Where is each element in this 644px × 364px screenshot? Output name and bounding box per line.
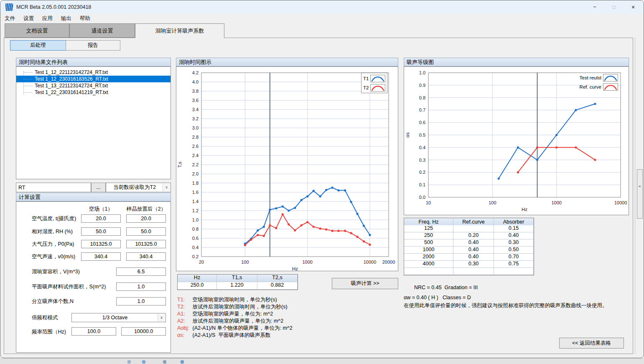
freq-range-label: 频率范围（Hz) (32, 328, 66, 336)
sample-area-field[interactable] (116, 283, 166, 291)
svg-text:10: 10 (426, 200, 431, 205)
freq-range-to-field[interactable] (121, 327, 166, 336)
octave-mode-value: 1/3 Octave (72, 313, 165, 322)
sound-speed-1-field[interactable] (81, 252, 121, 261)
rt-chart[interactable]: 0.20.40.60.81.01.21.41.61.82.02.22.42.62… (176, 67, 399, 272)
menu-item-4[interactable]: 输出 (57, 14, 76, 23)
note-text: (A2-A1)/N 单个物体的吸声量，单位为: m^2 (191, 325, 293, 331)
absorption-compute-button[interactable]: 吸声计算 >> (332, 278, 398, 289)
grade-table-cell-r2-c1: 250 (404, 232, 453, 239)
svg-text:0.6: 0.6 (192, 236, 199, 241)
sound-speed-2-field[interactable] (126, 252, 166, 261)
data-read-value: 当前数据读取为T2 (106, 183, 171, 192)
file-list-item[interactable]: Test 1_12_230316183526_RT.txt (16, 76, 171, 82)
svg-text:0.8: 0.8 (419, 95, 425, 100)
file-list-item[interactable]: Test 1_22_230316141219_RT.txt (16, 89, 171, 96)
note-line-5: Aobj: (A2-A1)/N 单个物体的吸声量，单位为: m^2 (177, 325, 293, 332)
column-header-empty-room: 空场（1） (79, 206, 123, 213)
grade-table-cell-r1-c2 (453, 225, 494, 232)
svg-text:0.1: 0.1 (419, 182, 425, 187)
menu-bar: 文件设置应用输出帮助 (0, 14, 644, 23)
pressure-2-field[interactable] (126, 240, 166, 248)
svg-text:T,s: T,s (177, 161, 182, 168)
minimize-button[interactable]: − (584, 0, 605, 14)
pressure-1-field[interactable] (81, 240, 121, 248)
result-name-input[interactable] (16, 183, 91, 192)
maximize-button[interactable]: □ (605, 0, 623, 14)
data-read-dropdown[interactable]: 当前数据读取为T2 ∨ (106, 183, 171, 192)
tab-main-1[interactable]: 文档设置 (5, 23, 69, 38)
single-value-advice: 在使用此单值评价量的时候，强烈建议与按照标准获得的完整的吸声系数曲线一块使用。 (404, 302, 629, 309)
octave-mode-dropdown[interactable]: 1/3 Octave ∨ (71, 313, 166, 322)
file-list-item[interactable]: Test 1_13_221123142724_RT.txt (16, 82, 171, 89)
note-line-1: T1: 空场混响室的混响时间，单位为秒(s) (177, 296, 293, 303)
svg-text:0.0: 0.0 (419, 195, 425, 200)
chevron-down-icon[interactable]: ∨ (158, 314, 165, 321)
grade-table-cell-r4-c3: 0.50 (494, 247, 534, 254)
room-volume-field[interactable] (116, 267, 166, 276)
rt-table-value-t2: 0.882 (257, 282, 298, 290)
absorber-count-field[interactable] (116, 297, 166, 305)
rt-table-value-t1: 1.220 (217, 282, 257, 290)
grade-table-cell-r1-c1: 125 (404, 225, 453, 232)
file-name: Test 1_13_221123142724_RT.txt (35, 83, 108, 89)
svg-text:2.8: 2.8 (192, 135, 199, 140)
octave-mode-label: 倍频程模式 (32, 314, 58, 321)
grade-table-cell-r3-c1: 500 (404, 239, 453, 247)
browse-button[interactable]: ... (91, 183, 106, 192)
humidity-2-field[interactable] (126, 227, 166, 236)
svg-text:20: 20 (199, 260, 204, 265)
file-name: Test 1_12_221123142724_RT.txt (35, 69, 108, 75)
menu-item-5[interactable]: 帮助 (76, 14, 94, 23)
grade-table-cell-r1-c3: 0.15 (494, 225, 534, 232)
tab-report[interactable]: 报告 (66, 40, 120, 51)
svg-text:0.5: 0.5 (419, 132, 425, 137)
rt-table-header-hz: Hz (178, 275, 217, 282)
pressure-label: 大气压力，P0(Pa) (32, 241, 74, 248)
tab-main-3[interactable]: 混响室计算吸声系数 (135, 23, 224, 38)
curve-swatch-icon (603, 83, 618, 91)
legend-label: Ref. curve (580, 84, 601, 89)
grade-table-cell-r7-c2 (453, 268, 494, 275)
tab-postprocess[interactable]: 后处理 (10, 40, 66, 51)
sample-area-label: 平面吸声材料试件面积，S(m^2) (32, 283, 106, 290)
back-to-results-button[interactable]: << 返回结果表格 (559, 338, 624, 349)
temperature-2-field[interactable] (126, 214, 166, 223)
menu-item-1[interactable]: 文件 (0, 14, 19, 23)
tree-stub (23, 86, 33, 86)
room-volume-label: 混响室容积，V(m^3) (32, 268, 80, 275)
file-list-header: 混时间结果文件列表 (16, 58, 171, 66)
menu-item-3[interactable]: 应用 (38, 14, 57, 23)
svg-text:10000: 10000 (614, 200, 627, 205)
note-text: 放试件后混响室的混响时间，单位为秒(s) (191, 304, 288, 310)
file-list-item[interactable]: Test 1_12_221123142724_RT.txt (16, 69, 171, 76)
chevron-down-icon[interactable]: ∨ (163, 183, 170, 191)
tab-main-2[interactable]: 通道设置 (69, 23, 135, 38)
svg-text:0.2: 0.2 (419, 170, 425, 175)
grade-table-cell-r2-c2: 0.20 (453, 232, 494, 239)
svg-text:3.4: 3.4 (192, 107, 199, 112)
temperature-label: 空气温度, t(摄氏度) (32, 215, 76, 222)
svg-text:10000: 10000 (364, 260, 377, 265)
close-button[interactable]: × (623, 0, 644, 14)
svg-text:3.0: 3.0 (192, 125, 199, 130)
window-title: MCR Beta 2.05.0.001 20230418 (16, 0, 91, 14)
svg-text:0.9: 0.9 (419, 83, 425, 88)
menu-item-2[interactable]: 设置 (19, 14, 38, 23)
freq-range-from-field[interactable] (71, 327, 116, 336)
svg-text:2.0: 2.0 (192, 171, 199, 176)
file-name: Test 1_12_230316183526_RT.txt (35, 76, 108, 82)
collapse-panel-toggle[interactable]: < (637, 184, 643, 188)
right-rail-strip[interactable] (637, 169, 643, 219)
rt-chart-box: 0.20.40.60.81.01.21.41.61.82.02.22.42.62… (176, 66, 398, 271)
svg-text:4.2: 4.2 (192, 70, 199, 75)
grade-table-cell-r5-c3: 0.70 (494, 254, 534, 261)
temperature-1-field[interactable] (81, 214, 121, 223)
legend-label: T1 (363, 76, 369, 81)
note-key: T1: (177, 296, 191, 303)
sound-speed-label: 空气声速，v0(m/s) (32, 253, 75, 260)
humidity-1-field[interactable] (81, 227, 121, 236)
app-window: MCR Beta 2.05.0.001 20230418 − □ × 文件设置应… (0, 0, 644, 358)
grade-table-cell-r2-c3: 0.40 (494, 232, 534, 239)
note-text: 空场混响室的混响时间，单位为秒(s) (191, 297, 277, 303)
